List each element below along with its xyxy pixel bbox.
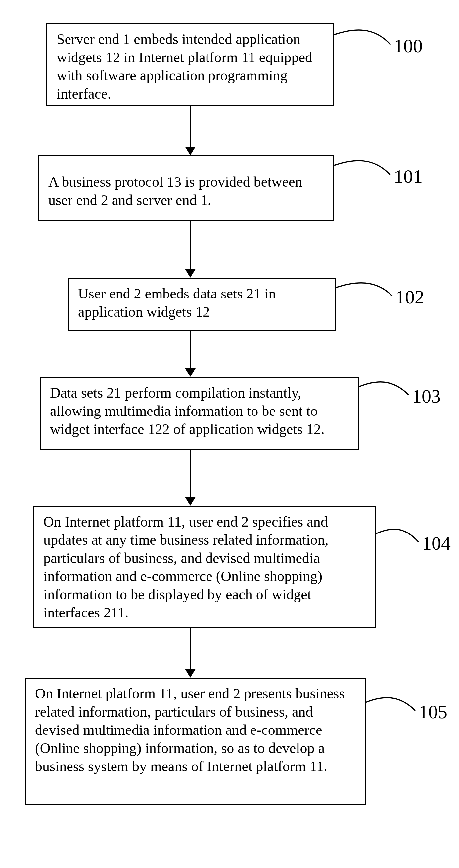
flow-step-100-text: Server end 1 embeds intended application…: [57, 31, 312, 102]
flow-step-101-label: 101: [394, 167, 423, 186]
flow-step-100-label: 100: [394, 36, 423, 56]
flow-step-102: User end 2 embeds data sets 21 in applic…: [68, 278, 336, 331]
callout-line-103: [359, 378, 419, 418]
flow-step-102-label: 102: [396, 287, 424, 307]
flow-step-103-label: 103: [412, 387, 441, 406]
flow-step-103: Data sets 21 perform compilation instant…: [40, 377, 359, 450]
callout-line-102: [336, 279, 402, 319]
flow-step-105-label: 105: [419, 703, 448, 721]
callout-line-101: [334, 157, 400, 197]
callout-line-100: [334, 26, 400, 66]
flow-step-105: On Internet platform 11, user end 2 pres…: [25, 678, 366, 805]
flow-step-100: Server end 1 embeds intended application…: [46, 23, 334, 106]
flowchart-canvas: Server end 1 embeds intended application…: [0, 0, 459, 868]
flow-step-104-label: 104: [422, 534, 451, 553]
flow-step-101-text: A business protocol 13 is provided betwe…: [48, 174, 302, 208]
flow-step-102-text: User end 2 embeds data sets 21 in applic…: [78, 286, 276, 320]
flow-step-104-text: On Internet platform 11, user end 2 spec…: [44, 514, 328, 621]
callout-line-104: [376, 526, 429, 565]
flow-step-101: A business protocol 13 is provided betwe…: [38, 155, 334, 221]
flow-step-105-text: On Internet platform 11, user end 2 pres…: [35, 686, 345, 774]
flow-step-103-text: Data sets 21 perform compilation instant…: [50, 385, 325, 437]
flow-step-104: On Internet platform 11, user end 2 spec…: [33, 506, 376, 628]
callout-line-105: [366, 694, 425, 734]
